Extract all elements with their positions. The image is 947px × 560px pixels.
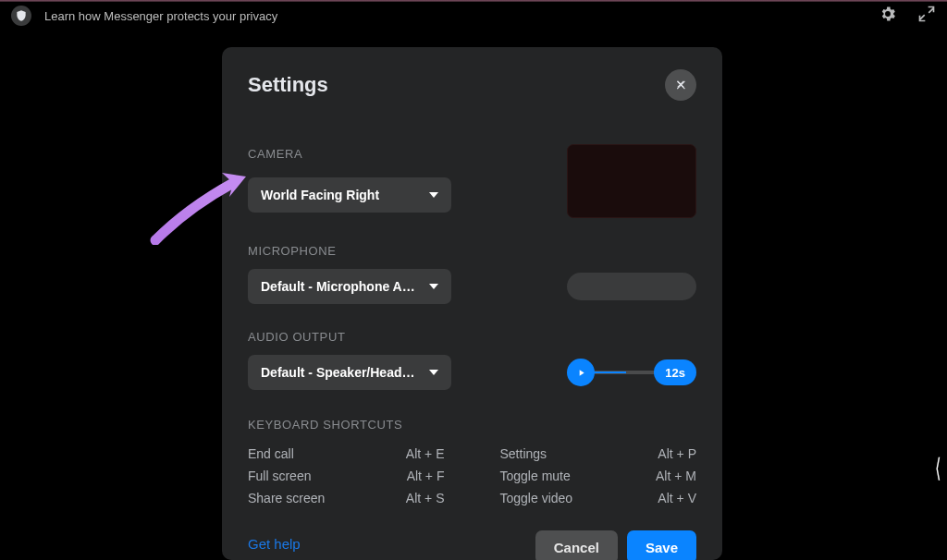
camera-section: CAMERA World Facing Right xyxy=(248,147,696,218)
microphone-section: MICROPHONE Default - Microphone Ar… xyxy=(248,244,696,304)
audio-output-preview[interactable]: 12s xyxy=(567,359,696,386)
top-bar: Learn how Messenger protects your privac… xyxy=(0,2,947,30)
modal-title: Settings xyxy=(248,73,328,97)
audio-output-selected: Default - Speaker/Headp… xyxy=(261,365,420,380)
kb-row: Full screenAlt + F xyxy=(248,465,445,487)
settings-modal: Settings CAMERA World Facing Right MICRO… xyxy=(222,47,722,560)
microphone-label: MICROPHONE xyxy=(248,244,696,258)
kb-row: Toggle muteAlt + M xyxy=(500,465,697,487)
carousel-prev-icon[interactable]: ⟨ xyxy=(935,453,941,483)
modal-footer: Get help Cancel Save xyxy=(248,530,696,560)
chevron-down-icon xyxy=(429,192,438,198)
microphone-dropdown[interactable]: Default - Microphone Ar… xyxy=(248,269,451,304)
privacy-hint[interactable]: Learn how Messenger protects your privac… xyxy=(44,9,277,23)
chevron-down-icon xyxy=(429,284,438,289)
keyboard-shortcuts-section: KEYBOARD SHORTCUTS End callAlt + E Full … xyxy=(248,418,696,509)
kb-row: SettingsAlt + P xyxy=(500,443,697,465)
get-help-link[interactable]: Get help xyxy=(248,530,301,552)
camera-selected: World Facing Right xyxy=(261,188,420,202)
audio-output-section: AUDIO OUTPUT Default - Speaker/Headp… 12… xyxy=(248,330,696,390)
expand-icon[interactable] xyxy=(917,5,936,27)
camera-dropdown[interactable]: World Facing Right xyxy=(248,177,451,213)
close-icon xyxy=(674,79,687,91)
play-button[interactable] xyxy=(567,359,595,386)
save-button[interactable]: Save xyxy=(627,530,696,560)
kb-col-right: SettingsAlt + P Toggle muteAlt + M Toggl… xyxy=(500,443,697,509)
cancel-button[interactable]: Cancel xyxy=(535,530,618,560)
chevron-down-icon xyxy=(429,370,438,375)
shield-icon[interactable] xyxy=(11,6,31,26)
kb-row: Toggle videoAlt + V xyxy=(500,487,697,509)
audio-time-pill: 12s xyxy=(654,359,696,385)
microphone-selected: Default - Microphone Ar… xyxy=(261,279,420,294)
audio-output-label: AUDIO OUTPUT xyxy=(248,330,696,344)
play-icon xyxy=(576,368,586,378)
kb-row: End callAlt + E xyxy=(248,443,445,465)
close-button[interactable] xyxy=(665,69,696,101)
camera-preview xyxy=(567,144,696,218)
audio-output-dropdown[interactable]: Default - Speaker/Headp… xyxy=(248,355,451,390)
kb-row: Share screenAlt + S xyxy=(248,487,445,509)
gear-icon[interactable] xyxy=(879,5,897,27)
microphone-level xyxy=(567,273,696,300)
keyboard-shortcuts-label: KEYBOARD SHORTCUTS xyxy=(248,418,696,432)
kb-col-left: End callAlt + E Full screenAlt + F Share… xyxy=(248,443,445,509)
